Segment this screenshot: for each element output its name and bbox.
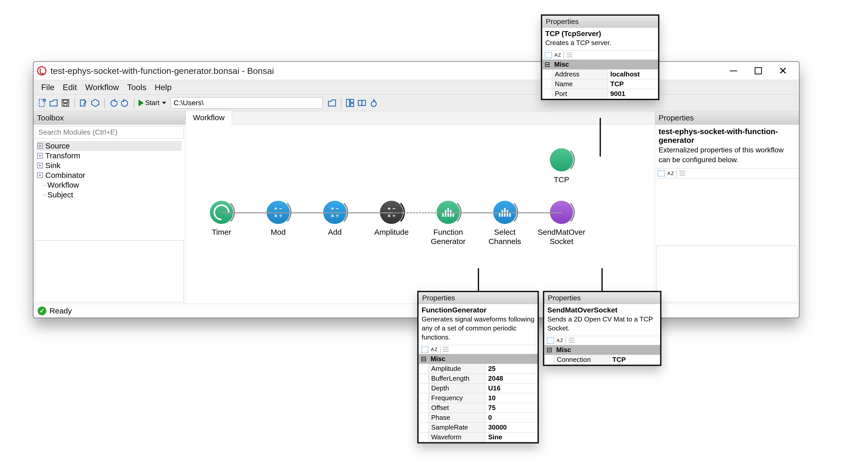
menu-workflow[interactable]: Workflow <box>85 82 119 92</box>
collapse-icon[interactable]: ⊟ <box>542 60 552 69</box>
maximize-button[interactable] <box>755 67 762 74</box>
popup-desc: Creates a TCP server. <box>542 38 658 51</box>
edge <box>448 212 505 213</box>
prop-key: Offset <box>429 403 486 413</box>
workflow-tab[interactable]: Workflow <box>185 110 232 125</box>
browse-folder-icon[interactable] <box>328 98 337 108</box>
popup-desc: Sends a 2D Open CV Mat to a TCP Socket. <box>544 314 660 336</box>
prop-row: NameTCP <box>542 79 658 89</box>
alphabetical-icon[interactable]: AZ <box>668 171 674 176</box>
propertypages-icon[interactable] <box>443 347 449 352</box>
prop-row: Phase0 <box>419 413 537 423</box>
new-file-icon[interactable] <box>37 98 46 108</box>
properties-name: test-ephys-socket-with-function-generato… <box>655 125 799 145</box>
node-send[interactable]: SendMatOverSocket <box>534 201 589 246</box>
play-icon <box>138 100 144 106</box>
collapse-icon[interactable]: ⊟ <box>545 345 554 355</box>
alphabetical-icon[interactable]: AZ <box>557 338 563 343</box>
minimize-button[interactable] <box>727 65 740 77</box>
categorized-icon[interactable] <box>545 52 552 58</box>
prop-value[interactable]: TCP <box>608 79 658 89</box>
group-icon[interactable] <box>357 98 367 108</box>
working-directory-input[interactable] <box>171 97 323 109</box>
edge <box>505 212 561 213</box>
propertygrid-toolbar: AZ <box>655 168 799 179</box>
statusbar: ✓ Ready <box>33 304 799 317</box>
prop-value[interactable]: 10 <box>486 393 537 403</box>
prop-value[interactable]: 30000 <box>486 423 537 432</box>
tree-item-source[interactable]: + Source <box>37 141 182 151</box>
node-fg[interactable]: FunctionGenerator <box>421 201 475 246</box>
start-button[interactable]: Start <box>138 99 166 107</box>
prop-value[interactable]: 25 <box>486 364 537 374</box>
save-icon[interactable] <box>61 98 70 108</box>
node-amp[interactable]: +−×÷Amplitude <box>365 201 418 237</box>
open-file-icon[interactable] <box>49 98 58 108</box>
workflow-canvas[interactable]: TCPTimer+−×÷Mod+−×÷Add+−×÷AmplitudeFunct… <box>185 125 655 304</box>
prop-value[interactable]: 0 <box>486 413 537 423</box>
reload-icon[interactable] <box>369 98 378 108</box>
prop-value[interactable]: 9001 <box>608 89 658 99</box>
categorized-icon[interactable] <box>421 346 428 352</box>
start-dropdown-icon[interactable] <box>162 102 166 104</box>
prop-key: Connection <box>554 355 610 365</box>
tree-label: Combinator <box>45 171 85 180</box>
tree-item-workflow[interactable]: Workflow <box>37 180 182 190</box>
propertypages-icon[interactable] <box>567 52 572 58</box>
collapse-icon[interactable]: ⊟ <box>419 354 429 364</box>
menu-file[interactable]: File <box>41 82 55 92</box>
close-button[interactable]: ✕ <box>777 65 789 77</box>
node-add[interactable]: +−×÷Add <box>308 201 362 237</box>
propertypages-icon[interactable] <box>569 338 575 343</box>
popup-header: Properties <box>544 292 660 304</box>
popup-name: SendMatOverSocket <box>544 304 660 314</box>
menu-help[interactable]: Help <box>155 82 172 92</box>
node-label: Mod <box>251 228 305 237</box>
alphabetical-icon[interactable]: AZ <box>431 347 437 352</box>
svg-rect-0 <box>39 99 44 106</box>
redo-icon[interactable] <box>121 98 130 108</box>
expand-icon[interactable]: + <box>37 153 43 159</box>
layout-icon[interactable] <box>345 98 355 108</box>
node-tcp[interactable]: TCP <box>534 148 589 184</box>
node-mod[interactable]: +−×÷Mod <box>251 201 305 237</box>
prop-key: Depth <box>429 383 486 393</box>
tree-label: Source <box>45 141 70 150</box>
alphabetical-icon[interactable]: AZ <box>555 53 561 57</box>
toolbox-description-area <box>35 240 184 302</box>
package-icon[interactable] <box>91 98 100 108</box>
toolbox-search-input[interactable] <box>35 126 184 138</box>
categorized-icon[interactable] <box>547 337 554 344</box>
prop-value[interactable]: U16 <box>486 383 537 393</box>
expand-icon[interactable]: + <box>37 163 43 168</box>
tree-item-subject[interactable]: Subject <box>37 190 182 200</box>
node-timer[interactable]: Timer <box>194 201 249 237</box>
popup-header: Properties <box>418 292 537 304</box>
undo-icon[interactable] <box>109 98 118 108</box>
edge <box>392 212 448 213</box>
popup-tcp-properties: Properties TCP (TcpServer) Creates a TCP… <box>541 14 659 100</box>
prop-value[interactable]: 2048 <box>486 374 537 383</box>
property-grid: ⊟Misc Amplitude25 BufferLength2048 Depth… <box>418 354 537 442</box>
category-label: Misc <box>429 354 537 364</box>
categorized-icon[interactable] <box>657 170 665 176</box>
tree-item-sink[interactable]: + Sink <box>37 161 182 170</box>
prop-value[interactable]: TCP <box>610 355 660 365</box>
prop-value[interactable]: Sine <box>486 432 537 442</box>
prop-value[interactable]: 75 <box>486 403 537 413</box>
tree-item-transform[interactable]: + Transform <box>37 151 182 161</box>
category-label: Misc <box>552 60 658 69</box>
prop-value[interactable]: localhost <box>608 69 658 79</box>
menu-tools[interactable]: Tools <box>127 82 147 92</box>
tree-label: Transform <box>45 152 80 160</box>
export-icon[interactable] <box>79 98 88 108</box>
expand-icon[interactable]: + <box>37 172 43 178</box>
prop-key: Name <box>552 79 608 89</box>
node-sel[interactable]: SelectChannels <box>478 201 532 246</box>
expand-icon[interactable]: + <box>37 143 43 149</box>
prop-row: ConnectionTCP <box>545 355 660 365</box>
propertypages-icon[interactable] <box>679 171 685 176</box>
properties-panel: Properties test-ephys-socket-with-functi… <box>655 111 799 304</box>
menu-edit[interactable]: Edit <box>63 82 77 92</box>
tree-item-combinator[interactable]: + Combinator <box>37 170 182 180</box>
